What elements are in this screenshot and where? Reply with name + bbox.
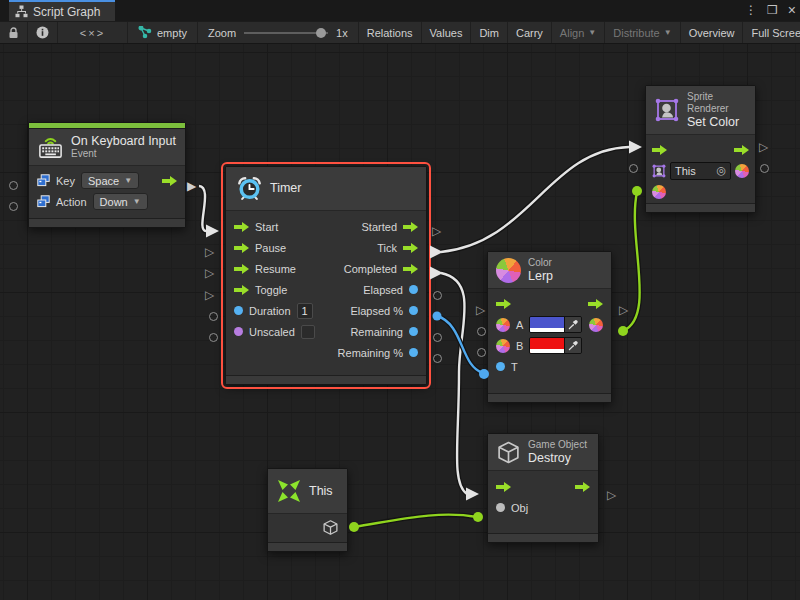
dim-button[interactable]: Dim bbox=[471, 22, 508, 43]
port-lerp-flow-out[interactable] bbox=[619, 303, 631, 317]
maximize-icon[interactable]: ❒ bbox=[767, 0, 778, 21]
port-timer-unscaled-in[interactable] bbox=[209, 333, 218, 342]
result-out-icon[interactable] bbox=[735, 164, 749, 178]
align-button[interactable]: Align▼ bbox=[552, 22, 605, 43]
graph-hierarchy-icon bbox=[15, 5, 28, 18]
duration-input[interactable]: 1 bbox=[297, 303, 313, 319]
port-timer-remaining-pct-out[interactable] bbox=[433, 354, 442, 363]
color-a-field[interactable] bbox=[529, 316, 582, 333]
wire-tick-to-setcolor[interactable] bbox=[430, 141, 642, 259]
flow-out-arrow[interactable] bbox=[403, 243, 418, 253]
tab-script-graph[interactable]: Script Graph bbox=[9, 0, 115, 21]
value-port-dot[interactable] bbox=[409, 327, 418, 336]
info-button[interactable] bbox=[28, 22, 58, 43]
flow-in-arrow[interactable] bbox=[496, 299, 511, 309]
value-port-dot[interactable] bbox=[234, 327, 243, 336]
result-out-icon[interactable] bbox=[589, 318, 603, 332]
zoom-slider-handle[interactable] bbox=[316, 28, 326, 38]
flow-in-arrow[interactable] bbox=[234, 285, 249, 295]
eyedropper-icon[interactable] bbox=[564, 317, 581, 332]
value-port-dot[interactable] bbox=[234, 306, 243, 315]
wire-this-to-obj[interactable] bbox=[349, 512, 483, 532]
node-color-lerp[interactable]: Color Lerp A bbox=[487, 251, 612, 403]
object-picker-icon[interactable]: ◎ bbox=[716, 164, 726, 177]
menu-dots-icon[interactable]: ⋮ bbox=[745, 0, 757, 21]
color-port-icon[interactable] bbox=[496, 339, 510, 353]
flow-in-arrow[interactable] bbox=[496, 482, 511, 492]
color-b-field[interactable] bbox=[529, 337, 582, 354]
port-keyboard-trigger-out[interactable] bbox=[187, 179, 199, 193]
game-object-out-icon[interactable] bbox=[322, 519, 339, 536]
color-port-icon[interactable] bbox=[496, 318, 510, 332]
flow-out-arrow[interactable] bbox=[403, 264, 418, 274]
value-port-dot[interactable] bbox=[409, 348, 418, 357]
close-icon[interactable]: × bbox=[788, 0, 796, 21]
eyedropper-icon[interactable] bbox=[564, 338, 581, 353]
relations-button[interactable]: Relations bbox=[359, 22, 422, 43]
node-this[interactable]: This bbox=[267, 468, 348, 552]
color-b-swatch[interactable] bbox=[530, 338, 564, 353]
port-label: Elapsed % bbox=[350, 305, 403, 317]
value-port-dot[interactable] bbox=[496, 503, 505, 512]
graph-reference[interactable]: empty bbox=[128, 22, 198, 43]
carry-button[interactable]: Carry bbox=[508, 22, 552, 43]
port-lerp-b-in[interactable] bbox=[477, 348, 486, 357]
unscaled-checkbox[interactable] bbox=[301, 325, 315, 339]
flow-in-arrow[interactable] bbox=[234, 222, 249, 232]
node-destroy[interactable]: Game Object Destroy Obj bbox=[487, 433, 599, 543]
code-view-button[interactable]: <×> bbox=[58, 22, 128, 43]
node-category: Game Object bbox=[528, 439, 587, 451]
fullscreen-button[interactable]: Full Screen bbox=[743, 22, 800, 43]
port-timer-elapsed-out[interactable] bbox=[433, 291, 442, 300]
port-lerp-a-in[interactable] bbox=[477, 327, 486, 336]
port-timer-resume-in[interactable] bbox=[205, 266, 217, 280]
port-setcolor-target-in[interactable] bbox=[629, 164, 638, 173]
values-button[interactable]: Values bbox=[422, 22, 472, 43]
target-object-field[interactable]: This ◎ bbox=[670, 162, 731, 180]
flow-in-arrow[interactable] bbox=[234, 264, 249, 274]
zoom-slider[interactable] bbox=[244, 28, 328, 38]
port-keyboard-action-in[interactable] bbox=[9, 202, 18, 211]
node-footer bbox=[488, 393, 611, 402]
port-setcolor-result-out[interactable] bbox=[760, 164, 769, 173]
action-dropdown[interactable]: Down▼ bbox=[93, 193, 148, 210]
port-keyboard-key-in[interactable] bbox=[9, 181, 18, 190]
key-dropdown[interactable]: Space▼ bbox=[81, 172, 139, 189]
flow-in-arrow[interactable] bbox=[234, 243, 249, 253]
port-setcolor-flow-out[interactable] bbox=[759, 140, 771, 154]
port-timer-remaining-out[interactable] bbox=[433, 333, 442, 342]
node-set-color[interactable]: Sprite Renderer Set Color This ◎ bbox=[645, 85, 756, 213]
value-port-dot[interactable] bbox=[409, 306, 418, 315]
flow-out-arrow[interactable] bbox=[575, 482, 590, 492]
node-timer[interactable]: Timer Start Pause Resume Toggle Duration… bbox=[225, 166, 427, 385]
flow-out-arrow[interactable] bbox=[588, 299, 603, 309]
wire-keyboard-to-timer[interactable] bbox=[199, 186, 219, 238]
node-title: This bbox=[309, 484, 333, 498]
port-lerp-flow-in[interactable] bbox=[476, 303, 488, 317]
port-timer-pause-in[interactable] bbox=[205, 245, 217, 259]
sprite-renderer-mini-icon[interactable] bbox=[652, 164, 666, 178]
flow-in-arrow[interactable] bbox=[652, 145, 667, 155]
overview-button[interactable]: Overview bbox=[681, 22, 744, 43]
wire-elapsedpct-to-t[interactable] bbox=[433, 312, 490, 380]
flow-out-arrow[interactable] bbox=[403, 222, 418, 232]
node-on-keyboard-input[interactable]: On Keyboard Input Event Key Space▼ bbox=[28, 122, 186, 228]
node-title: Lerp bbox=[528, 269, 553, 283]
distribute-button[interactable]: Distribute▼ bbox=[605, 22, 680, 43]
relations-label: Relations bbox=[367, 27, 413, 39]
node-subtitle: Event bbox=[71, 148, 176, 160]
graph-stage: On Keyboard Input Event Key Space▼ bbox=[0, 0, 800, 600]
value-port-dot[interactable] bbox=[496, 362, 505, 371]
flow-out-arrow[interactable] bbox=[734, 145, 749, 155]
lock-button[interactable] bbox=[0, 22, 28, 43]
wire-completed-to-destroy[interactable] bbox=[430, 267, 479, 501]
port-timer-duration-in[interactable] bbox=[209, 312, 218, 321]
color-in-icon[interactable] bbox=[652, 185, 666, 199]
color-a-swatch[interactable] bbox=[530, 317, 564, 332]
port-timer-started-out[interactable] bbox=[432, 224, 444, 238]
value-port-dot[interactable] bbox=[409, 285, 418, 294]
trigger-out-arrow[interactable] bbox=[162, 176, 177, 186]
port-timer-toggle-in[interactable] bbox=[205, 288, 217, 302]
port-label: T bbox=[511, 361, 518, 373]
port-destroy-flow-out[interactable] bbox=[607, 488, 619, 502]
